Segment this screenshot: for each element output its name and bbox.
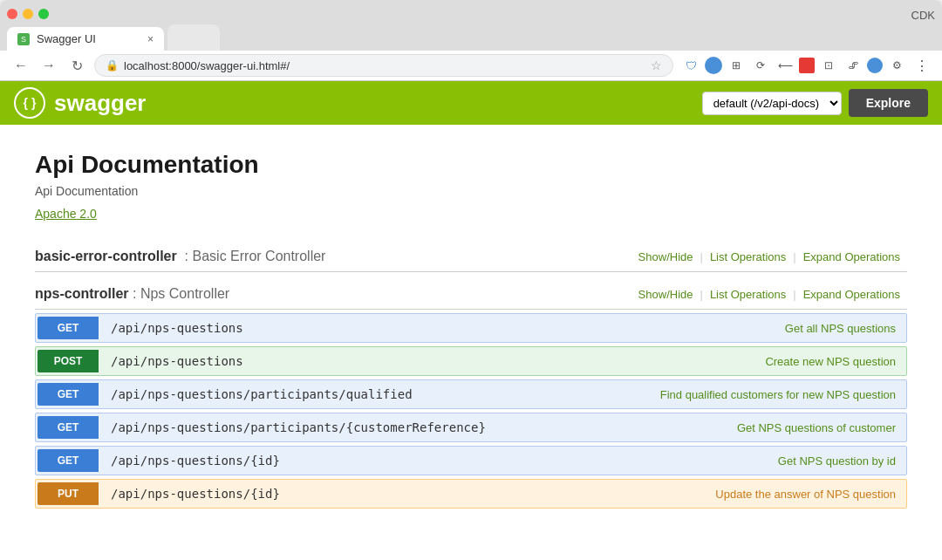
controller-label-nps: : Nps Controller [133,286,229,301]
address-text: localhost:8000/swagger-ui.html#/ [124,59,290,72]
method-badge-get-4: GET [38,449,99,472]
api-docs-select[interactable]: default (/v2/api-docs) [702,92,842,115]
controller-id-nps: nps-controller [35,286,129,301]
active-tab[interactable]: S Swagger UI × [7,27,164,51]
star-icon[interactable]: ☆ [651,58,662,72]
close-traffic-light[interactable] [7,9,17,19]
browser-icon-7[interactable]: 🖇 [843,55,864,76]
endpoint-desc-3: Find qualified customers for new NPS que… [650,381,906,408]
controller-section-basic-error: basic-error-controller : Basic Error Con… [35,242,907,272]
browser-icon-5[interactable] [799,58,815,73]
browser-window: CDK S Swagger UI × ← → ↻ 🔒 localhost:800… [0,0,942,560]
method-badge-post-1: POST [38,350,99,372]
browser-icon-3[interactable]: ⟳ [750,55,771,76]
basic-error-show-hide[interactable]: Show/Hide [638,250,700,263]
swagger-logo: { } swagger [14,87,147,119]
secure-icon: 🔒 [106,59,119,72]
minimize-traffic-light[interactable] [23,9,33,19]
nps-endpoints: GET /api/nps-questions Get all NPS quest… [35,313,907,509]
back-button[interactable]: ← [10,55,31,76]
address-right-icons: ☆ [651,58,662,72]
apache-license-link[interactable]: Apache 2.0 [35,207,97,221]
browser-icon-2[interactable]: ⊞ [726,55,747,76]
controller-header-nps: nps-controller : Nps Controller Show/Hid… [35,279,907,310]
refresh-button[interactable]: ↻ [66,55,87,76]
endpoint-path-5: /api/nps-questions/{id} [100,447,768,475]
browser-icon-4[interactable]: ⟵ [775,55,795,76]
swagger-logo-icon-text: { } [24,96,37,110]
swagger-logo-icon: { } [14,87,45,119]
swagger-header-right: default (/v2/api-docs) Explore [702,89,928,117]
endpoint-row-put-by-id[interactable]: PUT /api/nps-questions/{id} Update the a… [35,479,907,509]
endpoint-row-post-nps-questions[interactable]: POST /api/nps-questions Create new NPS q… [35,346,907,376]
endpoint-path-4: /api/nps-questions/participants/{custome… [100,413,727,441]
endpoint-desc-2: Create new NPS question [754,348,906,375]
endpoint-desc-5: Get NPS question by id [768,447,906,475]
controller-name-basic-error: basic-error-controller : Basic Error Con… [35,249,325,263]
browser-menu-button[interactable]: ⋮ [911,55,932,76]
page-title: Api Documentation [35,151,907,179]
browser-chrome: CDK S Swagger UI × [0,0,942,51]
fullscreen-traffic-light[interactable] [38,9,49,19]
forward-button[interactable]: → [38,55,59,76]
basic-error-list-operations[interactable]: List Operations [703,250,793,263]
endpoint-row-get-customer-ref[interactable]: GET /api/nps-questions/participants/{cus… [35,413,907,442]
controller-title-nps: nps-controller : Nps Controller [35,286,229,302]
endpoint-path-3: /api/nps-questions/participants/qualifie… [100,380,650,408]
method-badge-put-1: PUT [38,482,99,505]
swagger-header: { } swagger default (/v2/api-docs) Explo… [0,81,942,125]
endpoint-path-6: /api/nps-questions/{id} [100,480,705,508]
controller-name-nps: nps-controller : Nps Controller [35,286,229,301]
new-tab-placeholder[interactable] [167,24,220,51]
browser-icon-9[interactable]: ⚙ [886,55,907,76]
method-badge-get-1: GET [38,317,99,339]
endpoint-row-get-by-id[interactable]: GET /api/nps-questions/{id} Get NPS ques… [35,446,907,475]
controller-id-basic-error: basic-error-controller [35,249,177,263]
browser-icon-6[interactable]: ⊡ [818,55,839,76]
traffic-lights [7,5,49,24]
tab-close-button[interactable]: × [147,33,154,45]
endpoint-desc-4: Get NPS questions of customer [727,414,906,441]
browser-menu-icons: 🛡 ⊞ ⟳ ⟵ ⊡ 🖇 ⚙ ⋮ [680,55,932,76]
controller-actions-basic-error: Show/Hide | List Operations | Expand Ope… [638,250,907,263]
browser-icon-1[interactable] [705,57,722,74]
basic-error-expand-operations[interactable]: Expand Operations [796,250,907,263]
endpoint-row-get-nps-questions[interactable]: GET /api/nps-questions Get all NPS quest… [35,313,907,343]
controller-title-basic-error: basic-error-controller : Basic Error Con… [35,249,325,264]
page-subtitle: Api Documentation [35,184,907,198]
endpoint-path-1: /api/nps-questions [100,314,775,342]
endpoint-path-2: /api/nps-questions [100,347,754,375]
nps-expand-operations[interactable]: Expand Operations [796,288,907,301]
controller-header-basic-error: basic-error-controller : Basic Error Con… [35,242,907,272]
nps-list-operations[interactable]: List Operations [703,288,793,301]
browser-icon-8[interactable] [867,58,883,73]
endpoint-desc-1: Get all NPS questions [775,315,906,342]
tab-title: Swagger UI [37,32,96,45]
method-badge-get-2: GET [38,383,99,406]
controllers-list: basic-error-controller : Basic Error Con… [35,242,907,509]
nps-show-hide[interactable]: Show/Hide [638,288,700,301]
explore-button[interactable]: Explore [849,89,928,117]
endpoint-desc-6: Update the answer of NPS question [705,481,906,508]
address-field[interactable]: 🔒 localhost:8000/swagger-ui.html#/ ☆ [94,54,673,77]
controller-section-nps: nps-controller : Nps Controller Show/Hid… [35,279,907,509]
cdk-label: CDK [911,9,935,22]
swagger-logo-text: swagger [54,90,147,117]
shield-icon[interactable]: 🛡 [680,55,701,76]
main-content: Api Documentation Api Documentation Apac… [0,125,942,560]
endpoint-row-get-qualified[interactable]: GET /api/nps-questions/participants/qual… [35,379,907,409]
method-badge-get-3: GET [38,416,99,439]
address-bar: ← → ↻ 🔒 localhost:8000/swagger-ui.html#/… [0,51,942,81]
controller-actions-nps: Show/Hide | List Operations | Expand Ope… [638,288,907,301]
tab-favicon: S [17,33,30,45]
